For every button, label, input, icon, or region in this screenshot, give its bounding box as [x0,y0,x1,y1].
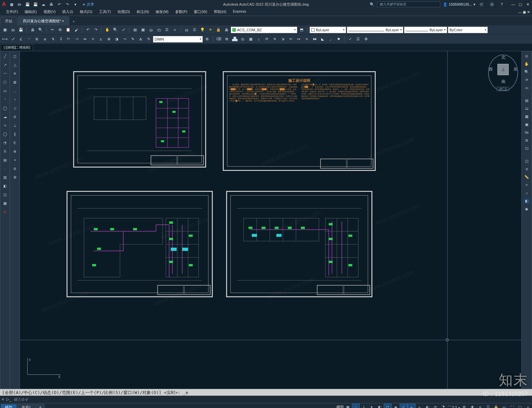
mod-trim-icon[interactable]: ✂ [287,36,294,43]
pal-sheet-icon[interactable]: 🗀 [523,145,530,152]
tb-layer-bulb-icon[interactable]: 💡 [199,27,206,33]
rect-icon[interactable]: ▭ [1,87,9,94]
std-cfg-icon[interactable]: ⚙ [362,36,370,43]
menu-draw[interactable]: 绘图(D) [114,9,133,16]
sb-snap-icon[interactable]: ∷ [352,404,360,408]
tb-layermgr-icon[interactable]: 🗂 [183,27,190,33]
tb-dc-icon[interactable]: ▦ [139,27,147,33]
menu-modify[interactable]: 修改(M) [152,9,172,16]
doc-restore-icon[interactable]: ▣ [523,10,526,14]
pal-prop-icon[interactable]: ▤ [523,97,530,104]
status-model-pill[interactable]: 模型 [336,405,344,408]
qat-plot-icon[interactable]: 🖶 [48,1,55,8]
qat-saveas-icon[interactable]: 💾 [32,1,39,8]
sb-3dosnap-icon[interactable]: ◈ [392,404,400,408]
mod-join-icon[interactable]: ⧓ [311,36,318,43]
tb-new-icon[interactable]: ▦ [1,27,9,33]
dim-jogline-icon[interactable]: ⤳ [121,36,128,43]
region-icon[interactable]: ◫ [1,191,9,198]
dim-arc-icon[interactable]: ◝ [25,36,33,43]
tb-cut-icon[interactable]: ✂ [49,27,56,33]
nav-orbit-icon[interactable]: ⟳ [523,76,530,83]
menu-edit[interactable]: 编辑(E) [21,9,40,16]
pal-count-icon[interactable]: № [523,129,530,136]
menu-dim[interactable]: 标注(N) [133,9,152,16]
dim-style-icon[interactable]: ⧉ [203,36,211,43]
sb-cycl-icon[interactable]: ⟳ [432,404,440,408]
tb-ssm-icon[interactable]: 🗀 [155,27,163,33]
tb-tp-icon[interactable]: 🗂 [147,27,155,33]
cart-icon[interactable]: 🛒 [478,1,485,8]
mod-scale-icon[interactable]: ⤧ [271,36,278,43]
apps-icon[interactable]: Ⓐ [488,1,495,8]
menu-format[interactable]: 格式(O) [76,9,96,16]
mod-rotate-icon[interactable]: ⟳ [263,36,270,43]
tb-layerstate-icon[interactable]: ☰ [191,27,198,33]
mod-chamfer-icon[interactable]: ◣ [319,36,326,43]
dim-center-icon[interactable]: ⊕ [105,36,112,43]
point-icon[interactable]: ∙ [1,165,9,172]
tb-redo-icon[interactable]: ↷ [92,27,99,33]
ellipse-arc-icon[interactable]: ◔ [1,139,9,146]
search-input[interactable]: 键入关键字或短语 [377,1,440,7]
sb-ortho-icon[interactable]: └ [360,404,368,408]
linetype-dropdown[interactable]: ByLayer ▾ [347,27,403,33]
std-layer-icon[interactable]: ☰ [354,36,362,43]
sb-trn-icon[interactable]: ◐ [424,404,432,408]
tb-calc-icon[interactable]: = [171,27,179,33]
tab-layout1[interactable]: 布局1 [17,404,35,408]
pal-layer-icon[interactable]: 🗂 [523,105,530,112]
cmd-close-icon[interactable]: ✕ [1,397,4,402]
spline-icon[interactable]: ∿ [1,122,9,129]
tb-save-icon[interactable]: 💾 [17,27,25,33]
tb-pan-icon[interactable]: ✋ [104,27,111,33]
sb-polar-icon[interactable]: ✶ [368,404,376,408]
dim-update-icon[interactable]: ↻ [145,36,152,43]
tb-undo-icon[interactable]: ↶ [84,27,91,33]
tab-add-button[interactable]: ＋ [70,17,78,25]
doc-min-icon[interactable]: — [518,10,522,14]
dim-continue-icon[interactable]: ⊣ [73,36,80,43]
dim-tedit-icon[interactable]: A [137,36,144,43]
table-icon[interactable]: ▦ [1,200,9,207]
hatch-icon[interactable]: ▨ [1,174,9,181]
qat-undo-icon[interactable]: ↶ [56,1,63,8]
sb-ann-icon[interactable]: 🔭 [440,404,448,408]
dim-space-icon[interactable]: ⇔ [81,36,88,43]
drawing-canvas[interactable]: www.znzmo.com www.znzmo.com www.znzmo.co… [20,51,521,389]
layer-dropdown[interactable]: ACS_COM_BZ ▾ [231,27,297,33]
mod-copy-icon[interactable]: ⧉ [223,36,230,43]
pal-visual-icon[interactable]: ◧ [523,198,530,204]
nav-pan-icon[interactable]: ✋ [523,61,530,67]
pal-tool-icon[interactable]: ▦ [523,113,530,120]
dim-diameter-icon[interactable]: ⌀ [41,36,49,43]
dim-tol-icon[interactable]: ± [97,36,104,43]
block-icon[interactable]: ▤ [1,156,9,164]
osnap-near-icon[interactable]: ⌖ [11,156,19,164]
pal-sel-icon[interactable]: ◫ [523,158,530,164]
gradient-icon[interactable]: ◧ [1,182,9,190]
menu-view[interactable]: 视图(V) [40,9,59,16]
mod-explode-icon[interactable]: ✸ [335,36,342,43]
viewport-label[interactable]: [-][俯视][二维线框] [1,44,33,51]
mod-offset-icon[interactable]: ◎ [239,36,246,43]
sb-custom-icon[interactable]: ≡ [524,404,532,408]
qat-new-icon[interactable]: ▦ [8,1,15,8]
osnap-set-icon[interactable]: ⚙ [11,174,19,181]
viewcube-top-face[interactable]: 上 [497,64,509,75]
dimstyle-dropdown[interactable]: DIMN ▾ [153,36,203,43]
pal-meas-icon[interactable]: 📏 [523,174,530,180]
tb-zoom-ext-icon[interactable]: ⤢ [120,27,127,33]
nav-showm-icon[interactable]: ▭ [523,84,530,91]
circle-icon[interactable]: ◯ [1,104,9,112]
mod-array-icon[interactable]: ▦ [247,36,254,43]
qat-redo-icon[interactable]: ↷ [64,1,71,8]
lineweight-dropdown[interactable]: ByLayer ▾ [404,27,447,33]
command-input[interactable]: 键入命令 [14,397,28,402]
pal-xref-icon[interactable]: ⧉ [523,137,530,144]
sb-qp-icon[interactable]: ☰ [484,404,492,408]
minimize-button[interactable]: — [510,2,516,7]
sb-dyn-icon[interactable]: + [408,404,416,408]
sb-annmon-icon[interactable]: ✚ [468,404,476,408]
close-button[interactable]: ✕ [525,2,531,7]
